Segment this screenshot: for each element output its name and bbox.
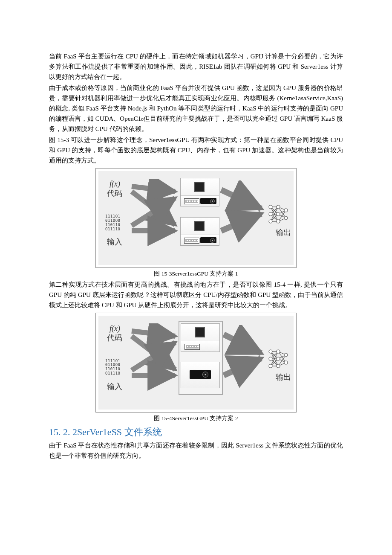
- svg-point-57: [284, 361, 288, 364]
- output-network-icon: [267, 203, 288, 226]
- svg-line-0: [132, 186, 175, 192]
- svg-point-22: [269, 212, 272, 216]
- server-box-1: [180, 178, 219, 206]
- figure-15-4-canvas: f(x) 代码 1111O1 0110O0 110110 O1111O 输入: [98, 316, 294, 410]
- svg-point-28: [284, 216, 288, 220]
- figure-15-3-caption: 图 15-3Server1essGPU 支持方案 1: [49, 269, 343, 279]
- figure-15-3: f(x) 代码 1111O1 0110O0 110110 O1111O 输入: [49, 168, 343, 279]
- svg-point-23: [269, 220, 272, 223]
- svg-line-1: [132, 192, 175, 225]
- svg-line-34: [224, 358, 261, 375]
- svg-point-21: [269, 205, 272, 209]
- arrows-right: [220, 180, 267, 244]
- svg-point-56: [284, 353, 288, 357]
- svg-line-5: [221, 214, 261, 231]
- cpu-chip-icon: [196, 328, 204, 337]
- output-network-icon: [267, 347, 288, 370]
- svg-point-24: [277, 205, 280, 209]
- input-label: 输入: [107, 236, 122, 248]
- svg-line-29: [132, 331, 175, 336]
- svg-line-4: [221, 190, 261, 209]
- figure-15-4-frame: f(x) 代码 1111O1 0110O0 110110 O1111O 输入: [95, 313, 297, 413]
- paragraph-4: 第二种实现方式在技术层面有更高的挑战。有挑战的地方在于，是否可以像图 15-4 …: [49, 279, 343, 310]
- paragraph-2: 由于成本或价格等原因，当前商业化的 FaaS 平台并没有提供 GPU 函数，这是…: [49, 83, 343, 134]
- server-box-cpu: [181, 323, 220, 352]
- server-box-2: [180, 217, 219, 246]
- paragraph-3: 图 15-3 可以进一步解释这个理念，Server1essGPU 有两种实现方式…: [49, 135, 343, 166]
- svg-point-52: [269, 364, 272, 368]
- svg-point-25: [277, 212, 280, 216]
- code-label: 代码: [107, 332, 122, 344]
- input-label: 输入: [107, 381, 122, 393]
- svg-point-26: [277, 220, 280, 223]
- cpu-chip-icon: [195, 222, 204, 230]
- arrows-left: [128, 179, 179, 247]
- svg-point-27: [284, 209, 288, 212]
- ram-icon: [184, 238, 199, 244]
- figure-15-4: f(x) 代码 1111O1 0110O0 110110 O1111O 输入: [49, 313, 343, 423]
- output-label: 输出: [276, 227, 291, 239]
- arrows-left: [128, 323, 179, 392]
- svg-point-50: [269, 350, 272, 353]
- input-symbol: 1111O1 0110O0 110110 O1111O: [105, 215, 121, 232]
- output-label: 输出: [276, 371, 291, 384]
- gpu-card-icon: [200, 198, 216, 204]
- svg-line-2: [132, 198, 175, 226]
- arrows-right: [223, 325, 267, 389]
- paragraph-5: 由于 FaaS 平台在状态性存储和共享方面还存在着较多限制，因此 Server1…: [49, 440, 343, 461]
- figure-15-3-frame: f(x) 代码 1111O1 0110O0 110110 O1111O 输入: [95, 168, 297, 268]
- svg-line-30: [132, 336, 175, 369]
- section-heading-15-2-2: 15. 2. 2SerVer1eSS 文件系统: [49, 424, 343, 439]
- figure-15-4-caption: 图 15-4Server1essGPU 支持方案 2: [49, 414, 343, 423]
- svg-line-31: [132, 343, 175, 370]
- gpu-card-icon: [200, 237, 216, 243]
- paragraph-1: 当前 FaaS 平台主要运行在 CPU 的硬件上，而在特定领域如机器学习，GPI…: [49, 51, 343, 82]
- ram-icon: [184, 198, 199, 204]
- gpu-card-icon: [190, 370, 211, 379]
- figure-15-3-canvas: f(x) 代码 1111O1 0110O0 110110 O1111O 输入: [98, 171, 294, 265]
- code-label: 代码: [107, 187, 122, 200]
- server-box-gpu: [181, 362, 220, 388]
- cpu-chip-icon: [195, 183, 204, 191]
- ram-icon: [184, 344, 200, 350]
- svg-line-33: [224, 334, 261, 353]
- input-symbol: 1111O1 0110O0 110110 O1111O: [105, 359, 121, 376]
- svg-point-54: [277, 357, 280, 360]
- svg-point-53: [277, 350, 280, 353]
- svg-point-55: [277, 364, 280, 368]
- svg-point-51: [269, 357, 272, 360]
